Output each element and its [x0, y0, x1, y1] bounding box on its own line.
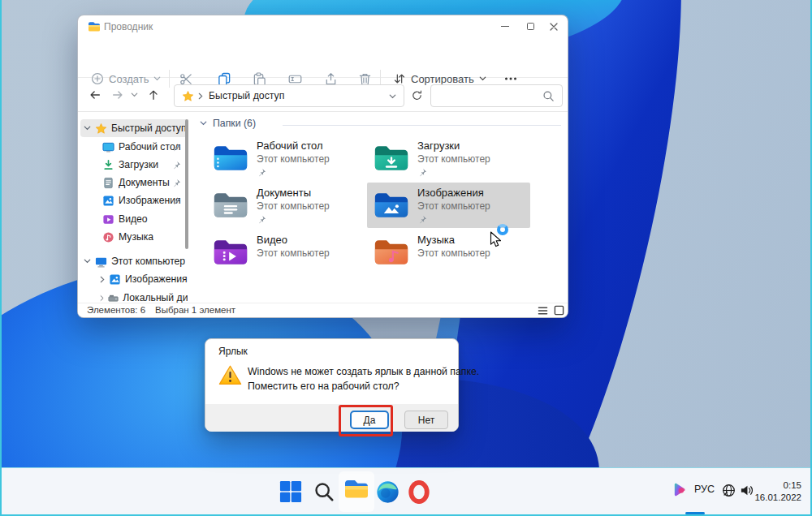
desktop: Проводник Создать	[0, 0, 812, 516]
documents-icon	[102, 177, 114, 189]
chevron-down-icon[interactable]	[84, 259, 91, 264]
computer-icon	[95, 256, 107, 268]
tile-name: Рабочий стол	[257, 140, 323, 152]
pictures-icon	[109, 273, 121, 286]
quick-access-star-icon	[182, 90, 194, 102]
group-label: Папки (6)	[213, 118, 256, 129]
folder-tile-videos[interactable]: Видео Этот компьютер	[206, 230, 369, 275]
minimize-button[interactable]	[493, 15, 517, 37]
pin-icon	[172, 143, 181, 152]
tile-name: Загрузки	[417, 140, 460, 152]
chevron-right-icon[interactable]	[100, 295, 104, 302]
tile-subtitle: Этот компьютер	[257, 200, 330, 212]
sidebar-label: Локальный диск	[123, 292, 188, 303]
music-folder-icon	[374, 236, 409, 267]
video-icon	[102, 213, 114, 226]
start-button[interactable]	[278, 479, 304, 505]
active-app-indicator	[685, 512, 705, 514]
toolbar: Создать	[78, 37, 568, 78]
address-bar[interactable]: Быстрый доступ	[174, 84, 404, 107]
folder-tile-desktop[interactable]: Рабочий стол Этот компьютер	[206, 135, 369, 181]
explorer-taskbar-button[interactable]	[339, 471, 374, 512]
search-input[interactable]	[430, 84, 563, 107]
sidebar-item-this-pc[interactable]: Этот компьютер	[80, 252, 188, 270]
sidebar-label: Изображения	[125, 273, 188, 285]
list-view-icon[interactable]	[538, 306, 548, 316]
tile-subtitle: Этот компьютер	[417, 153, 490, 165]
taskbar: РУС 0:15 16.01.2022	[0, 467, 812, 516]
sidebar-label: Музыка	[119, 231, 153, 243]
items-count: Элементов: 6	[87, 305, 145, 315]
sidebar-label: Документы	[119, 177, 170, 188]
back-button[interactable]	[84, 84, 106, 106]
pictures-icon	[102, 195, 114, 207]
tile-subtitle: Этот компьютер	[417, 200, 490, 212]
breadcrumb-chevron-icon	[198, 92, 203, 100]
search-taskbar-button[interactable]	[311, 479, 337, 505]
up-icon	[147, 88, 160, 101]
opera-taskbar-button[interactable]	[406, 479, 432, 505]
network-globe-icon	[722, 484, 736, 497]
star-icon	[95, 123, 107, 135]
chevron-down-icon[interactable]	[84, 126, 91, 131]
shortcut-dialog: Ярлык Windows не может создать ярлык в д…	[205, 338, 459, 432]
refresh-icon	[411, 89, 423, 101]
network-tray-button[interactable]	[719, 481, 737, 499]
play-triangle-icon	[672, 483, 687, 498]
dialog-message-line2: Поместить его на рабочий стол?	[248, 381, 400, 392]
thumbnail-view-icon[interactable]	[554, 305, 564, 316]
refresh-button[interactable]	[406, 84, 427, 106]
sidebar-label: Загрузки	[119, 159, 158, 170]
sidebar-scrollbar[interactable]	[185, 119, 188, 249]
maximize-button[interactable]	[518, 15, 542, 37]
chevron-down-icon[interactable]	[200, 121, 207, 126]
minimize-icon	[501, 26, 509, 28]
address-dropdown-icon[interactable]	[389, 94, 396, 99]
edge-taskbar-button[interactable]	[374, 479, 400, 505]
clock[interactable]: 0:15 16.01.2022	[749, 479, 801, 504]
tile-name: Видео	[257, 234, 287, 246]
sidebar-item-pictures[interactable]: Изображения	[80, 191, 188, 209]
sidebar-item-pictures-pc[interactable]: Изображения	[80, 270, 188, 288]
address-row: Быстрый доступ	[78, 79, 568, 112]
pin-icon	[172, 178, 181, 187]
recent-locations-button[interactable]	[127, 84, 141, 106]
sidebar-item-desktop[interactable]: Рабочий стол	[80, 138, 188, 156]
group-header-folders[interactable]: Папки (6)	[200, 118, 256, 129]
pin-icon	[257, 168, 266, 177]
sidebar-item-music[interactable]: Музыка	[80, 228, 188, 246]
tile-subtitle: Этот компьютер	[417, 247, 490, 259]
sidebar-item-downloads[interactable]: Загрузки	[80, 156, 188, 174]
sidebar-item-documents[interactable]: Документы	[80, 174, 188, 191]
breadcrumb: Быстрый доступ	[209, 90, 284, 101]
close-icon	[550, 23, 558, 31]
pin-icon	[172, 196, 181, 205]
pin-icon	[418, 168, 427, 177]
chevron-right-icon[interactable]	[100, 276, 105, 283]
up-button[interactable]	[143, 84, 164, 106]
pin-icon	[418, 215, 427, 224]
folder-tile-downloads[interactable]: Загрузки Этот компьютер	[367, 135, 530, 181]
sidebar-item-videos[interactable]: Видео	[80, 210, 188, 228]
maximize-icon	[527, 23, 534, 30]
desktop-folder-icon	[213, 142, 248, 173]
recorder-tray-icon[interactable]	[669, 480, 689, 500]
folder-tile-music[interactable]: Музыка Этот компьютер	[367, 230, 530, 275]
search-icon	[542, 90, 555, 102]
close-button[interactable]	[542, 15, 566, 37]
folder-tile-documents[interactable]: Документы Этот компьютер	[206, 183, 369, 228]
downloads-icon	[102, 159, 114, 171]
dialog-message-line1: Windows не может создать ярлык в данной …	[248, 366, 479, 377]
no-button[interactable]: Нет	[404, 411, 448, 429]
window-title: Проводник	[104, 21, 153, 32]
tray-date: 16.01.2022	[749, 492, 801, 504]
sidebar-item-quick-access[interactable]: Быстрый доступ	[80, 119, 188, 137]
forward-button[interactable]	[107, 84, 128, 106]
back-icon	[89, 88, 102, 101]
explorer-icon	[343, 478, 369, 500]
folder-tile-pictures[interactable]: Изображения Этот компьютер	[367, 183, 530, 228]
language-indicator[interactable]: РУС	[694, 484, 715, 495]
title-bar[interactable]: Проводник	[78, 15, 568, 37]
explorer-window: Проводник Создать	[77, 15, 568, 318]
chevron-down-icon	[131, 92, 138, 97]
